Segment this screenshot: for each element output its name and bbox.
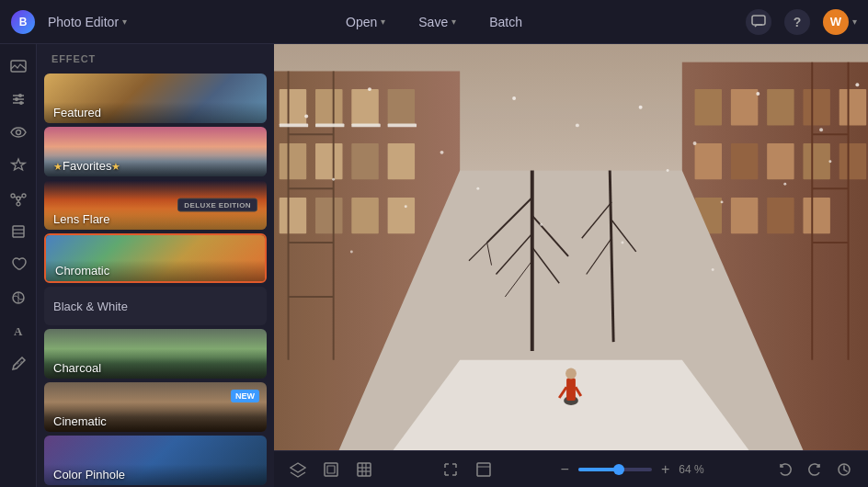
effect-item-colorpinhole[interactable]: Color Pinhole	[44, 436, 267, 485]
effects-list: Featured ★Favorites★ Lens Flare DELUXE E…	[37, 70, 274, 487]
batch-button[interactable]: Batch	[482, 11, 530, 33]
sidebar-icons: A	[0, 44, 37, 487]
toolbar-right	[772, 457, 857, 482]
layers-toolbar-icon[interactable]	[285, 457, 311, 482]
eye-icon[interactable]	[4, 118, 33, 147]
text-icon[interactable]: A	[4, 316, 33, 345]
star-icon[interactable]	[4, 151, 33, 180]
undo-icon[interactable]	[802, 457, 828, 482]
effect-item-lensflare[interactable]: Lens Flare DELUXE EDITION	[44, 180, 267, 230]
zoom-plus-button[interactable]: +	[657, 461, 673, 478]
frame-toolbar-icon[interactable]	[318, 457, 344, 482]
cinematic-badge: NEW	[231, 390, 259, 402]
svg-point-10	[11, 194, 15, 198]
svg-point-8	[16, 130, 20, 135]
avatar-group: W ▾	[823, 9, 857, 35]
svg-rect-111	[327, 466, 335, 473]
svg-point-12	[17, 202, 20, 206]
zoom-percent-label: 64 %	[679, 463, 712, 476]
avatar-chevron[interactable]: ▾	[852, 17, 857, 27]
svg-point-6	[15, 97, 18, 101]
app-title-chevron: ▾	[122, 17, 127, 27]
canvas-main[interactable]	[274, 44, 868, 450]
fullscreen-icon[interactable]	[471, 457, 497, 482]
svg-text:A: A	[14, 324, 23, 338]
effect-label-featured: Featured	[44, 102, 267, 123]
layers-icon[interactable]	[4, 217, 33, 246]
effect-item-favorites[interactable]: ★Favorites★	[44, 127, 267, 176]
open-button[interactable]: Open ▾	[338, 11, 393, 33]
svg-rect-16	[13, 226, 24, 237]
history-icon[interactable]	[831, 457, 857, 482]
svg-rect-117	[477, 463, 490, 476]
effects-section-label: EFFECT	[37, 44, 274, 70]
effect-item-blackwhite[interactable]: Black & White	[44, 287, 267, 325]
svg-rect-112	[358, 463, 371, 476]
grid-toolbar-icon[interactable]	[351, 457, 377, 482]
effect-item-charcoal[interactable]: Charcoal	[44, 329, 267, 379]
shape-icon[interactable]	[4, 283, 33, 312]
effect-label-chromatic: Chromatic	[46, 260, 265, 281]
rotate-icon[interactable]	[772, 457, 798, 482]
svg-rect-109	[274, 44, 868, 450]
effect-item-chromatic[interactable]: Chromatic	[44, 233, 267, 283]
zoom-minus-button[interactable]: −	[557, 461, 573, 478]
header-right: ? W ▾	[746, 9, 857, 35]
lensflare-badge: DELUXE EDITION	[177, 198, 257, 212]
effect-label-blackwhite: Black & White	[53, 300, 128, 313]
expand-icon[interactable]	[438, 457, 463, 482]
effect-label-cinematic: Cinematic	[44, 411, 267, 432]
svg-rect-110	[325, 463, 337, 476]
main-area: A EFFECT Featured ★Favorites★	[0, 44, 868, 487]
zoom-thumb[interactable]	[613, 464, 624, 475]
svg-point-5	[18, 94, 22, 97]
bottom-toolbar: − + 64 %	[274, 450, 868, 487]
avatar[interactable]: W	[823, 9, 849, 35]
app-title-label: Photo Editor	[48, 15, 119, 29]
header-left: B Photo Editor ▾	[11, 10, 134, 34]
sliders-icon[interactable]	[4, 85, 33, 114]
save-button[interactable]: Save ▾	[411, 11, 463, 33]
app-title-button[interactable]: Photo Editor ▾	[40, 11, 134, 33]
paint-icon[interactable]	[4, 349, 33, 379]
effect-item-cinematic[interactable]: Cinematic NEW	[44, 382, 267, 432]
nodes-icon[interactable]	[4, 184, 33, 213]
photo-canvas	[274, 44, 868, 450]
chat-icon[interactable]	[746, 9, 771, 35]
svg-point-7	[19, 101, 23, 105]
header: B Photo Editor ▾ Open ▾ Save ▾ Batch ?	[0, 0, 868, 44]
svg-point-11	[22, 194, 26, 198]
effect-label-charcoal: Charcoal	[44, 357, 267, 379]
header-center: Open ▾ Save ▾ Batch	[338, 11, 530, 33]
effect-label-favorites: ★Favorites★	[44, 155, 267, 176]
zoom-slider[interactable]	[578, 468, 652, 471]
svg-rect-0	[752, 16, 765, 25]
effects-panel: EFFECT Featured ★Favorites★ Lens Flare D…	[37, 44, 274, 487]
app-logo[interactable]: B	[11, 10, 35, 34]
help-icon[interactable]: ?	[784, 9, 810, 35]
effect-label-colorpinhole: Color Pinhole	[44, 464, 267, 485]
heart-icon[interactable]	[4, 250, 33, 279]
effect-item-featured[interactable]: Featured	[44, 74, 267, 123]
zoom-controls: − + 64 %	[557, 461, 713, 478]
svg-point-9	[17, 197, 20, 200]
image-icon[interactable]	[4, 51, 33, 81]
canvas-area: − + 64 %	[274, 44, 868, 487]
